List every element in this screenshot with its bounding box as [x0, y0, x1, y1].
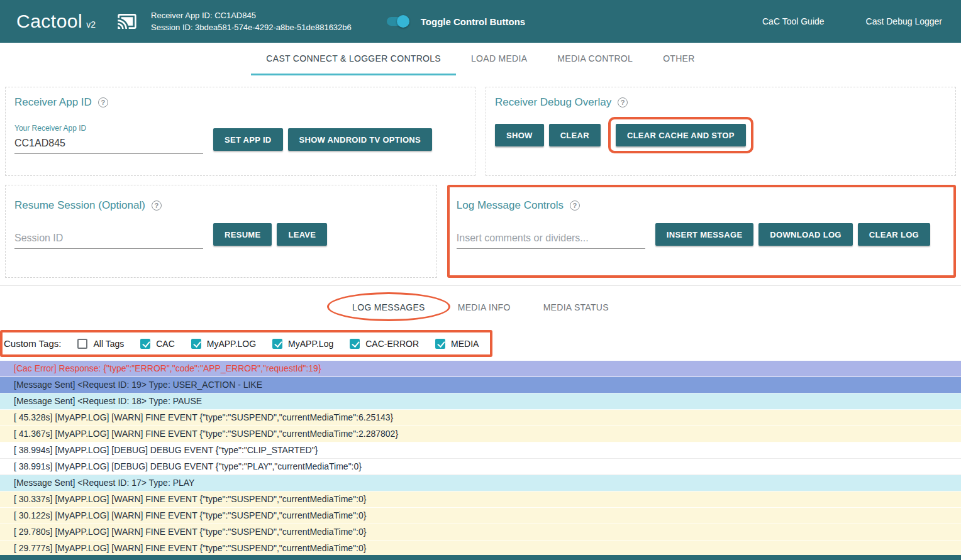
session-id-line: Session ID: 3bdea581-574e-4292-a8be-51de… [151, 21, 352, 33]
custom-tag-label: CAC-ERROR [365, 339, 419, 349]
receiver-app-id-field-label: Your Receiver App ID [14, 124, 203, 133]
log-comment-field-group [457, 229, 645, 249]
log-message-list: [Cac Error] Response: {"type":"ERROR","c… [0, 361, 961, 557]
log-row: [Message Sent] <Request ID: 19> Type: US… [0, 377, 961, 393]
log-row: [ 30.122s] [MyAPP.LOG] [WARN] FINE EVENT… [0, 508, 961, 524]
panel-resume-session: Resume Session (Optional) ? RESUME LEAVE [5, 185, 437, 278]
help-icon[interactable]: ? [98, 97, 108, 107]
panel-title-text: Resume Session (Optional) [14, 199, 145, 212]
tag-myapp-log-mixed[interactable]: MyAPP.Log [272, 339, 333, 349]
tag-cac-error[interactable]: CAC-ERROR [350, 339, 419, 349]
app-name: Cactool [16, 11, 82, 32]
custom-tags-label: Custom Tags: [4, 338, 61, 349]
tab-other[interactable]: OTHER [648, 43, 710, 75]
tag-cac[interactable]: CAC [140, 339, 175, 349]
session-info: Receiver App ID: CC1AD845 Session ID: 3b… [151, 9, 352, 33]
download-log-button[interactable]: DOWNLOAD LOG [758, 223, 852, 246]
tab-load-media[interactable]: LOAD MEDIA [456, 43, 542, 75]
checkbox-icon [191, 339, 201, 349]
cac-tool-guide-link[interactable]: CaC Tool Guide [762, 16, 825, 26]
section-divider [0, 285, 961, 286]
show-overlay-button[interactable]: SHOW [495, 124, 544, 146]
show-android-tv-options-button[interactable]: SHOW ANDROID TV OPTIONS [288, 128, 432, 151]
checkbox-icon [350, 339, 360, 349]
help-icon[interactable]: ? [618, 97, 628, 107]
session-id-field-group [14, 229, 203, 249]
tab-media-control[interactable]: MEDIA CONTROL [542, 43, 648, 75]
panel-receiver-app-id: Receiver App ID ? Your Receiver App ID S… [5, 87, 475, 176]
panel-title-receiver-app-id: Receiver App ID ? [14, 96, 466, 109]
panel-title-resume-session: Resume Session (Optional) ? [14, 199, 428, 212]
receiver-app-id-line: Receiver App ID: CC1AD845 [151, 9, 352, 21]
cast-icon[interactable] [114, 11, 140, 31]
tab-log-messages[interactable]: LOG MESSAGES [336, 294, 442, 321]
set-app-id-button[interactable]: SET APP ID [213, 128, 283, 151]
main-tab-label: CAST CONNECT & LOGGER CONTROLS [266, 53, 441, 63]
checkbox-icon [435, 339, 445, 349]
header-links: CaC Tool Guide Cast Debug Logger [762, 16, 945, 26]
app-version: v2 [86, 19, 96, 30]
toggle-label: Toggle Control Buttons [421, 16, 525, 27]
session-id-input[interactable] [14, 229, 203, 249]
help-icon[interactable]: ? [570, 200, 580, 211]
help-icon[interactable]: ? [152, 200, 162, 211]
insert-message-button[interactable]: INSERT MESSAGE [655, 223, 754, 246]
checkbox-icon [77, 339, 87, 349]
tag-media[interactable]: MEDIA [435, 339, 479, 349]
log-row: [ 29.780s] [MyAPP.LOG] [WARN] FINE EVENT… [0, 524, 961, 541]
custom-tag-label: CAC [156, 339, 175, 349]
main-tab-bar: CAST CONNECT & LOGGER CONTROLS LOAD MEDI… [0, 43, 961, 75]
checkbox-icon [140, 339, 150, 349]
clear-log-button[interactable]: CLEAR LOG [858, 223, 930, 246]
bottom-bar [0, 555, 961, 560]
custom-tags-bar: Custom Tags: All Tags CAC MyAPP.LOG MyAP… [0, 330, 492, 357]
control-buttons-toggle[interactable] [386, 15, 409, 28]
leave-button[interactable]: LEAVE [277, 223, 327, 246]
custom-tag-label: MyAPP.Log [288, 339, 333, 349]
log-row: [Cac Error] Response: {"type":"ERROR","c… [0, 361, 961, 377]
receiver-app-id-field-group: Your Receiver App ID [14, 124, 203, 154]
panel-title-text: Log Message Controls [457, 199, 564, 212]
custom-tag-label: MEDIA [451, 339, 479, 349]
tag-myapp-log-upper[interactable]: MyAPP.LOG [191, 339, 256, 349]
log-tab-label: MEDIA INFO [458, 302, 511, 312]
toggle-knob [397, 15, 409, 28]
clear-cache-and-stop-button[interactable]: CLEAR CACHE AND STOP [616, 124, 746, 146]
log-row: [ 38.994s] [MyAPP.LOG] [DEBUG] DEBUG EVE… [0, 442, 961, 459]
app-header: Cactool v2 Receiver App ID: CC1AD845 Ses… [0, 0, 961, 43]
log-row: [ 30.337s] [MyAPP.LOG] [WARN] FINE EVENT… [0, 491, 961, 508]
cast-debug-logger-link[interactable]: Cast Debug Logger [866, 16, 942, 26]
tab-media-info[interactable]: MEDIA INFO [442, 294, 527, 321]
custom-tag-label: MyAPP.LOG [207, 339, 256, 349]
log-tab-bar: LOG MESSAGES MEDIA INFO MEDIA STATUS [0, 294, 961, 321]
log-tab-label: LOG MESSAGES [352, 302, 425, 312]
page: Cactool v2 Receiver App ID: CC1AD845 Ses… [0, 0, 961, 560]
panel-title-log-message-controls: Log Message Controls ? [457, 199, 947, 212]
log-row: [Message Sent] <Request ID: 17> Type: PL… [0, 475, 961, 491]
panel-title-receiver-debug-overlay: Receiver Debug Overlay ? [495, 96, 947, 109]
log-row: [Message Sent] <Request ID: 18> Type: PA… [0, 393, 961, 410]
main-tab-label: LOAD MEDIA [471, 53, 527, 63]
panel-log-message-controls: Log Message Controls ? INSERT MESSAGE DO… [447, 185, 956, 278]
panel-receiver-debug-overlay: Receiver Debug Overlay ? SHOW CLEAR CLEA… [486, 87, 956, 176]
receiver-app-id-input[interactable] [14, 134, 203, 154]
checkbox-icon [272, 339, 282, 349]
app-logo: Cactool v2 [16, 11, 96, 32]
clear-cache-annotated-wrap: CLEAR CACHE AND STOP [616, 124, 746, 146]
tab-cast-connect-logger-controls[interactable]: CAST CONNECT & LOGGER CONTROLS [251, 43, 456, 75]
custom-tag-label: All Tags [93, 339, 124, 349]
panel-title-text: Receiver Debug Overlay [495, 96, 611, 109]
main-tab-label: MEDIA CONTROL [557, 53, 633, 63]
clear-overlay-button[interactable]: CLEAR [549, 124, 601, 146]
panel-title-text: Receiver App ID [14, 96, 92, 109]
log-row: [ 45.328s] [MyAPP.LOG] [WARN] FINE EVENT… [0, 410, 961, 426]
log-tab-label: MEDIA STATUS [543, 302, 609, 312]
main-tab-label: OTHER [663, 53, 695, 63]
log-row: [ 41.367s] [MyAPP.LOG] [WARN] FINE EVENT… [0, 426, 961, 442]
log-row: [ 38.991s] [MyAPP.LOG] [DEBUG] DEBUG EVE… [0, 459, 961, 475]
tag-all-tags[interactable]: All Tags [77, 339, 124, 349]
control-panels: Receiver App ID ? Your Receiver App ID S… [0, 75, 961, 285]
resume-button[interactable]: RESUME [213, 223, 272, 246]
tab-media-status[interactable]: MEDIA STATUS [527, 294, 625, 321]
log-comment-input[interactable] [457, 229, 645, 249]
